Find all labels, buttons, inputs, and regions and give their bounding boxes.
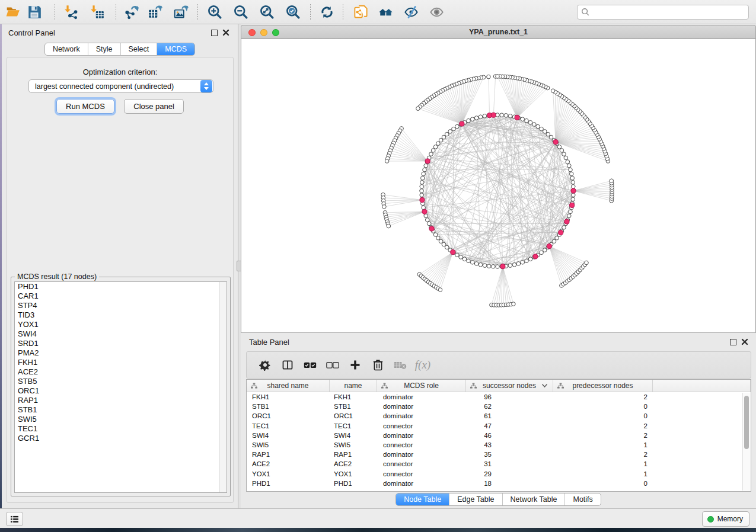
table-row-YOX1[interactable]: YOX1YOX1connector291 — [247, 469, 751, 479]
refresh-icon[interactable] — [318, 3, 336, 21]
table-settings-gear-icon[interactable] — [254, 356, 276, 374]
delete-column-trash-icon[interactable] — [366, 356, 389, 374]
table-row-ACE2[interactable]: ACE2ACE2connector311 — [247, 459, 751, 469]
table-tab-edge-table[interactable]: Edge Table — [449, 493, 502, 505]
table-row-PHD1[interactable]: PHD1PHD1dominator180 — [247, 479, 751, 488]
import-network-icon[interactable] — [62, 3, 80, 21]
table-scrollbar[interactable] — [742, 393, 750, 491]
mcds-result-item[interactable]: STB1 — [15, 405, 227, 415]
table-row-STB1[interactable]: STB1STB1dominator620 — [247, 402, 751, 411]
hide-edges-icon[interactable] — [402, 3, 420, 21]
cell: dominator — [377, 411, 466, 421]
mcds-result-item[interactable]: ACE2 — [15, 367, 227, 377]
tab-style[interactable]: Style — [88, 43, 120, 55]
close-panel-button[interactable]: Close panel — [124, 99, 184, 114]
search-box[interactable] — [577, 5, 749, 20]
show-column-panel-icon[interactable] — [276, 356, 299, 374]
table-tab-node-table[interactable]: Node Table — [396, 493, 449, 505]
network-window-titlebar[interactable]: YPA_prune.txt_1 — [241, 25, 756, 39]
table-row-SWI5[interactable]: SWI5SWI5connector431 — [247, 440, 751, 450]
tab-mcds[interactable]: MCDS — [157, 43, 194, 55]
float-panel-icon[interactable] — [211, 30, 218, 36]
column-header-MCDS-role[interactable]: MCDS role — [377, 380, 466, 392]
clone-network-icon[interactable] — [352, 3, 369, 21]
window-close-icon[interactable] — [248, 29, 256, 36]
toolbar-separator — [197, 4, 198, 20]
open-session-icon[interactable] — [4, 3, 22, 21]
column-header-predecessor-nodes[interactable]: predecessor nodes — [553, 380, 653, 392]
select-all-icon[interactable] — [299, 356, 321, 374]
window-maximize-icon[interactable] — [272, 29, 279, 36]
task-history-button[interactable] — [6, 512, 23, 526]
mcds-result-item[interactable]: PHD1 — [15, 282, 227, 291]
control-panel-title: Control Panel — [8, 28, 55, 37]
close-panel-icon[interactable] — [222, 29, 229, 36]
mcds-result-item[interactable]: STP4 — [15, 301, 227, 310]
table-scrollbar-thumb[interactable] — [744, 396, 749, 449]
table-close-icon[interactable] — [741, 338, 748, 345]
mcds-result-item[interactable]: CAR1 — [15, 291, 227, 301]
add-column-icon[interactable] — [344, 356, 366, 374]
zoom-in-icon[interactable] — [206, 3, 224, 21]
table-float-icon[interactable] — [730, 339, 736, 345]
cell: 0 — [553, 479, 653, 488]
mcds-result-item[interactable]: PMA2 — [15, 348, 227, 358]
node-table-body: FKH1FKH1dominator962STB1STB1dominator620… — [247, 392, 751, 488]
table-row-SWI4[interactable]: SWI4SWI4dominator462 — [247, 431, 751, 440]
mcds-result-item[interactable]: FKH1 — [15, 358, 227, 367]
cell: ACE2 — [330, 459, 377, 469]
cell: 18 — [466, 479, 553, 488]
cell: 2 — [553, 431, 653, 440]
show-eye-icon[interactable] — [428, 3, 445, 21]
mcds-result-item[interactable]: TID3 — [15, 310, 227, 320]
column-header-shared-name[interactable]: shared name — [247, 380, 330, 392]
tab-network[interactable]: Network — [45, 43, 88, 55]
memory-button[interactable]: Memory — [702, 511, 749, 527]
network-canvas[interactable] — [241, 39, 756, 332]
memory-status-icon — [707, 516, 714, 523]
save-session-icon[interactable] — [25, 3, 43, 21]
tab-select[interactable]: Select — [120, 43, 157, 55]
run-mcds-button[interactable]: Run MCDS — [56, 99, 114, 114]
table-row-RAP1[interactable]: RAP1RAP1dominator352 — [247, 450, 751, 459]
search-input[interactable] — [590, 8, 745, 17]
mcds-result-item[interactable]: ORC1 — [15, 386, 227, 396]
zoom-fit-icon[interactable] — [258, 3, 276, 21]
export-table-icon[interactable] — [146, 3, 164, 21]
export-image-icon[interactable] — [172, 3, 190, 21]
table-row-ORC1[interactable]: ORC1ORC1dominator610 — [247, 411, 751, 421]
import-table-icon[interactable] — [88, 3, 106, 21]
mcds-result-item[interactable]: SWI5 — [15, 415, 227, 424]
node-table-header: shared namenameMCDS rolesuccessor nodesp… — [247, 380, 751, 392]
cell: connector — [377, 440, 466, 450]
table-row-FKH1[interactable]: FKH1FKH1dominator962 — [247, 392, 751, 402]
mcds-result-item[interactable]: SWI4 — [15, 329, 227, 339]
mcds-result-item[interactable]: STB5 — [15, 377, 227, 386]
column-header-name[interactable]: name — [330, 380, 377, 392]
cell: 43 — [466, 440, 553, 450]
optimization-criterion-dropdown[interactable]: largest connected component (undirected) — [28, 79, 213, 93]
mcds-result-item[interactable]: TEC1 — [15, 424, 227, 434]
cell: connector — [377, 421, 466, 431]
table-tab-motifs[interactable]: Motifs — [564, 493, 600, 505]
mcds-result-item[interactable]: GCR1 — [15, 434, 227, 443]
home-layout-icon[interactable] — [377, 3, 394, 21]
deselect-all-icon[interactable] — [321, 356, 344, 374]
cell: STB1 — [247, 402, 330, 411]
table-tab-network-table[interactable]: Network Table — [502, 493, 565, 505]
control-panel: Control Panel NetworkStyleSelectMCDS Opt… — [2, 24, 238, 508]
zoom-selected-icon[interactable] — [284, 3, 302, 21]
mcds-result-item[interactable]: RAP1 — [15, 396, 227, 405]
mcds-result-item[interactable]: YOX1 — [15, 320, 227, 329]
mcds-result-item[interactable]: SRD1 — [15, 339, 227, 348]
mcds-result-list[interactable]: PHD1CAR1STP4TID3YOX1SWI4SRD1PMA2FKH1ACE2… — [14, 281, 227, 493]
window-minimize-icon[interactable] — [260, 29, 267, 36]
zoom-out-icon[interactable] — [232, 3, 250, 21]
mcds-list-scrollbar[interactable] — [219, 282, 227, 492]
cell: RAP1 — [330, 450, 377, 459]
table-row-TEC1[interactable]: TEC1TEC1connector472 — [247, 421, 751, 431]
cell: 62 — [466, 402, 553, 411]
export-network-icon[interactable] — [123, 3, 141, 21]
cell: 0 — [553, 411, 653, 421]
column-header-successor-nodes[interactable]: successor nodes — [466, 380, 553, 392]
